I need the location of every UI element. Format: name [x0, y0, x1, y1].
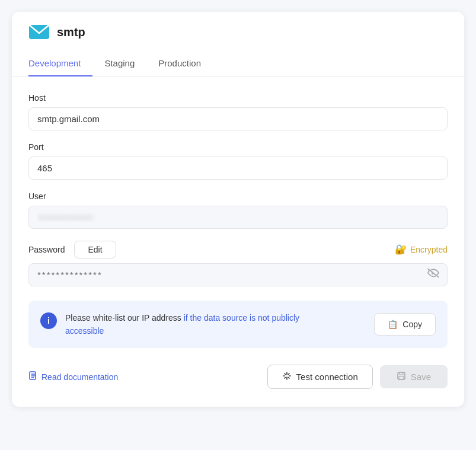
copy-icon: 📋 [388, 320, 398, 329]
host-input[interactable] [28, 107, 448, 130]
info-text: Please white-list our IP address if the … [65, 311, 332, 338]
main-card: smtp Development Staging Production Host… [12, 12, 464, 407]
encrypted-badge: 🔐 Encrypted [395, 244, 448, 255]
user-label: User [28, 192, 448, 201]
eye-hidden-icon[interactable] [427, 269, 439, 281]
header: smtp [12, 12, 464, 40]
save-label: Save [411, 372, 431, 382]
app-title: smtp [57, 25, 85, 39]
copy-button[interactable]: 📋 Copy [374, 313, 436, 336]
docs-icon [28, 371, 38, 382]
smtp-icon [28, 24, 50, 40]
port-input[interactable] [28, 157, 448, 180]
password-field-group: Password Edit 🔐 Encrypted [28, 241, 448, 286]
save-icon [397, 371, 406, 382]
docs-label: Read documentation [41, 372, 118, 382]
test-icon [282, 371, 292, 382]
port-label: Port [28, 142, 448, 152]
port-field-group: Port [28, 142, 448, 180]
footer: Read documentation Test connection [12, 348, 464, 389]
svg-rect-3 [400, 372, 403, 375]
tab-staging[interactable]: Staging [92, 52, 146, 76]
info-icon: i [40, 312, 57, 329]
tab-production[interactable]: Production [146, 52, 213, 76]
lock-icon: 🔐 [395, 244, 407, 255]
tab-development[interactable]: Development [28, 52, 92, 76]
host-field-group: Host [28, 93, 448, 130]
user-input[interactable] [28, 206, 448, 229]
info-text-part1: Please white-list our IP address [65, 313, 184, 323]
footer-right: Test connection Save [267, 365, 448, 389]
test-label: Test connection [296, 372, 358, 382]
password-input[interactable] [28, 263, 448, 286]
test-connection-button[interactable]: Test connection [267, 365, 373, 389]
password-header-row: Password Edit 🔐 Encrypted [28, 241, 448, 258]
user-field-group: User [28, 192, 448, 229]
tabs-bar: Development Staging Production [12, 44, 464, 76]
info-left: i Please white-list our IP address if th… [40, 311, 332, 338]
form-content: Host Port User Password Edit 🔐 Encrypted [12, 76, 464, 349]
save-button[interactable]: Save [380, 365, 448, 388]
info-box: i Please white-list our IP address if th… [28, 301, 448, 349]
read-docs-link[interactable]: Read documentation [28, 371, 118, 382]
password-left: Password Edit [28, 241, 116, 258]
host-label: Host [28, 93, 448, 103]
encrypted-label: Encrypted [410, 245, 448, 254]
password-label: Password [28, 245, 65, 254]
password-edit-button[interactable]: Edit [74, 241, 116, 258]
copy-label: Copy [402, 320, 422, 329]
password-input-wrap [28, 263, 448, 286]
